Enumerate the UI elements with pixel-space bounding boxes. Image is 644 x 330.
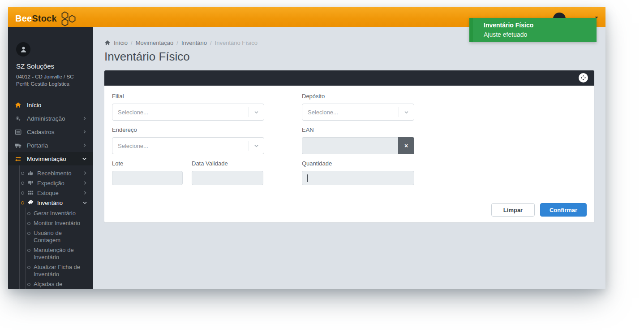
brand-stock: Stock <box>32 13 56 23</box>
sidebar-item-cadastros[interactable]: Cadastros <box>8 125 93 139</box>
sidebar-item-inventario[interactable]: Inventário <box>8 198 93 208</box>
sidebar-nav: InícioAdministraçãoCadastrosPortariaMovi… <box>8 98 93 289</box>
endereco-placeholder: Selecione... <box>118 143 148 149</box>
quantidade-label: Quantidade <box>302 160 414 167</box>
app-window: BeeStock SZ Soluções 04012 - CD Joinvill… <box>8 7 605 289</box>
truck-icon <box>15 142 23 149</box>
bullet-icon <box>21 172 24 175</box>
chevron-right-icon <box>82 116 87 121</box>
bullet-icon <box>21 201 24 204</box>
sidebar-item-portaria[interactable]: Portaria <box>8 139 93 152</box>
ean-clear-button[interactable]: × <box>398 137 414 154</box>
bullet-icon <box>27 222 30 225</box>
lote-input[interactable] <box>112 171 183 185</box>
breadcrumb-separator: / <box>210 39 212 46</box>
sidebar-item-movimentacao[interactable]: Movimentação <box>8 152 93 165</box>
bullet-icon <box>21 191 24 195</box>
expand-icon[interactable] <box>579 73 588 82</box>
text-cursor <box>307 174 308 182</box>
sidebar-item-monitor-inventario[interactable]: Monitor Inventário <box>8 218 93 228</box>
toast-title: Inventário Físico <box>484 22 590 29</box>
sidebar-user-panel: SZ Soluções 04012 - CD Joinville / SC Pe… <box>8 27 93 95</box>
breadcrumb-inventario-fisico: Inventário Físico <box>215 39 258 46</box>
form-body: Filial Selecione... Depósito S <box>104 86 594 197</box>
toast-message: Ajuste efetuado <box>484 31 590 38</box>
user-branch: 04012 - CD Joinville / SC <box>16 73 85 80</box>
list-icon <box>15 129 23 135</box>
data-validade-label: Data Validade <box>192 160 263 167</box>
card-header-bar <box>104 70 594 86</box>
beestock-hexagons-icon <box>59 11 78 27</box>
filial-label: Filial <box>112 93 264 100</box>
main-content: Início/Movimentação/Inventário/Inventári… <box>93 27 605 289</box>
tags-icon <box>27 200 34 206</box>
sidebar-item-expedicao[interactable]: Expedição <box>8 178 93 188</box>
chevron-down-icon <box>249 107 264 117</box>
data-validade-input[interactable] <box>192 171 263 185</box>
gears-icon <box>15 115 23 122</box>
submenu-inventario: Gerar InventárioMonitor InventárioUsuári… <box>8 208 93 289</box>
breadcrumb-inicio[interactable]: Início <box>114 39 128 46</box>
sidebar-item-gerar-inventario[interactable]: Gerar Inventário <box>8 208 93 218</box>
sidebar-item-inicio[interactable]: Início <box>8 98 93 112</box>
breadcrumb-movimentacao[interactable]: Movimentação <box>136 39 174 46</box>
sidebar-item-estoque[interactable]: Estoque <box>8 188 93 198</box>
chevron-right-icon <box>82 190 88 195</box>
bullet-icon <box>27 283 30 286</box>
exchange-icon <box>15 156 23 162</box>
sidebar-item-administracao[interactable]: Administração <box>8 112 93 125</box>
breadcrumb-separator: / <box>131 39 133 46</box>
chevron-right-icon <box>82 129 87 135</box>
bullet-icon <box>27 212 30 215</box>
chevron-right-icon <box>82 180 88 186</box>
sidebar-item-usuario-de-contagem[interactable]: Usuário de Contagem <box>8 228 93 245</box>
toast-notification[interactable]: Inventário Físico Ajuste efetuado <box>469 18 597 42</box>
sidebar: SZ Soluções 04012 - CD Joinville / SC Pe… <box>8 27 93 289</box>
breadcrumb-inventario[interactable]: Inventário <box>181 39 207 46</box>
sidebar-item-manutencao-de-inventario[interactable]: Manutenção de Inventário <box>8 245 93 262</box>
bullet-icon <box>27 232 30 235</box>
inventory-form-card: Filial Selecione... Depósito S <box>104 70 594 222</box>
hand-receive-icon <box>27 170 34 176</box>
sidebar-item-alcadas-de-aprovacao[interactable]: Alçadas de Aprovação <box>8 279 93 289</box>
page-background: BeeStock SZ Soluções 04012 - CD Joinvill… <box>0 0 644 330</box>
confirmar-button[interactable]: Confirmar <box>540 203 587 217</box>
user-profile: Perfil: Gestão Logística <box>16 80 85 87</box>
chevron-down-icon <box>399 107 414 117</box>
grid-icon <box>27 190 34 196</box>
chevron-down-icon <box>82 156 87 162</box>
sidebar-item-recebimento[interactable]: Recebimento <box>8 168 93 178</box>
bullet-icon <box>27 266 30 269</box>
quantidade-input[interactable] <box>302 171 414 185</box>
endereco-select[interactable]: Selecione... <box>112 137 264 154</box>
breadcrumb-separator: / <box>176 39 178 46</box>
filial-placeholder: Selecione... <box>118 109 148 116</box>
lote-label: Lote <box>112 160 183 167</box>
deposito-label: Depósito <box>302 93 414 100</box>
sidebar-item-atualizar-ficha-de-inventario[interactable]: Atualizar Ficha de Inventário <box>8 262 93 279</box>
endereco-label: Endereço <box>112 126 264 133</box>
user-avatar-icon <box>16 42 30 56</box>
home-icon <box>15 102 23 109</box>
chevron-right-icon <box>82 143 87 148</box>
submenu-movimentacao: RecebimentoExpediçãoEstoqueInventárioGer… <box>8 165 93 289</box>
brand-bee: Bee <box>15 13 32 23</box>
x-icon: × <box>404 142 408 149</box>
hand-dispatch-icon <box>27 180 34 186</box>
filial-select[interactable]: Selecione... <box>112 104 264 121</box>
form-footer: Limpar Confirmar <box>104 197 594 222</box>
bullet-icon <box>27 249 30 252</box>
user-name: SZ Soluções <box>16 62 85 70</box>
deposito-placeholder: Selecione... <box>308 109 338 116</box>
ean-input[interactable] <box>302 137 398 154</box>
ean-label: EAN <box>302 126 414 133</box>
chevron-right-icon <box>82 170 88 176</box>
chevron-down-icon <box>249 141 264 151</box>
home-icon <box>104 40 111 46</box>
deposito-select[interactable]: Selecione... <box>302 104 414 121</box>
brand-logo[interactable]: BeeStock <box>15 10 78 27</box>
page-title: Inventário Físico <box>104 50 594 64</box>
bullet-icon <box>21 182 24 185</box>
chevron-down-icon <box>82 200 88 206</box>
limpar-button[interactable]: Limpar <box>491 203 535 217</box>
